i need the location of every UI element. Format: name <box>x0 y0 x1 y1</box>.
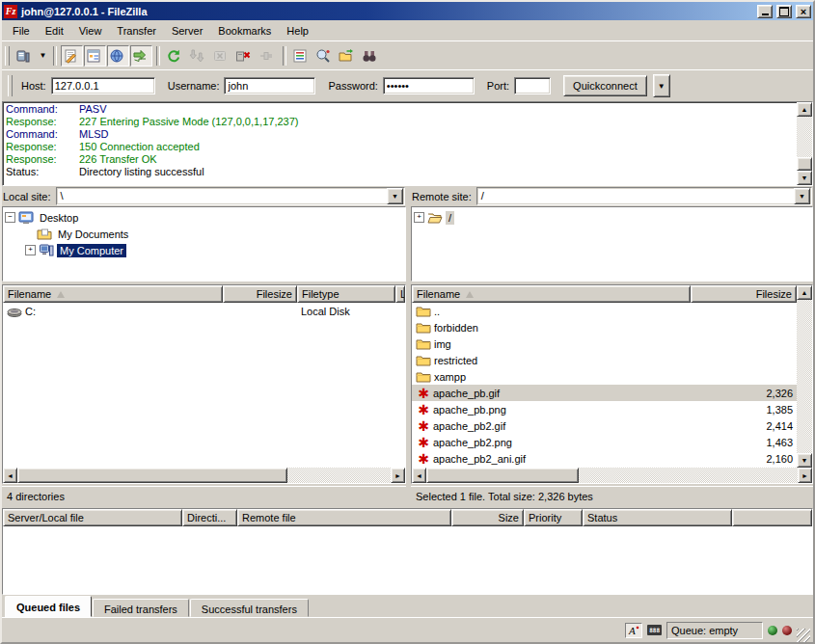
column-header-server-local-file[interactable]: Server/Local file <box>3 509 182 526</box>
remote-file-row[interactable]: ✱apache_pb2_ani.gif2,160 <box>412 450 797 467</box>
log-scroll-thumb[interactable] <box>797 157 812 171</box>
tab-queued-files[interactable]: Queued files <box>5 596 92 617</box>
menu-server[interactable]: Server <box>164 22 210 40</box>
refresh-button[interactable] <box>164 45 186 67</box>
remote-file-row[interactable]: ✱apache_pb2.gif2,414 <box>412 417 797 434</box>
tab-successful-transfers[interactable]: Successful transfers <box>190 599 309 617</box>
password-input[interactable] <box>383 77 475 94</box>
remote-site-combo[interactable]: / ▼ <box>476 187 812 205</box>
site-manager-dropdown-button[interactable]: ▼ <box>37 45 49 67</box>
tree-item-my-computer[interactable]: +My Computer <box>5 242 403 258</box>
quickconnect-button[interactable]: Quickconnect <box>563 75 647 96</box>
close-button[interactable]: × <box>796 5 811 18</box>
disconnect-button[interactable] <box>233 45 256 67</box>
column-header-filetype[interactable]: Filetype <box>297 285 395 303</box>
menu-view[interactable]: View <box>71 22 110 40</box>
transfer-type-indicator-icon[interactable]: A <box>625 623 642 638</box>
resize-grip[interactable] <box>797 629 810 642</box>
sync-browse-button[interactable] <box>360 45 382 67</box>
tree-item-desktop[interactable]: −Desktop <box>5 209 403 226</box>
local-hscrollbar[interactable]: ◄ ► <box>3 468 405 483</box>
maximize-button[interactable] <box>776 5 792 18</box>
menu-transfer[interactable]: Transfer <box>109 22 164 40</box>
column-header-filename[interactable]: Filename <box>3 285 223 303</box>
toggle-local-tree-button[interactable] <box>84 45 106 67</box>
filter-button[interactable] <box>290 45 312 67</box>
remote-file-row[interactable]: .. <box>412 303 797 319</box>
column-header-filesize[interactable]: Filesize <box>223 285 297 303</box>
column-header-status[interactable]: Status <box>583 509 732 526</box>
menu-file[interactable]: File <box>5 22 38 40</box>
remote-file-row[interactable]: ✱apache_pb2.png1,463 <box>412 434 797 450</box>
process-queue-button[interactable] <box>187 45 209 67</box>
remote-vscrollbar[interactable]: ▲ ▼ <box>797 285 812 468</box>
log-scroll-track <box>797 117 812 171</box>
menu-bookmarks[interactable]: Bookmarks <box>210 22 279 40</box>
find-button[interactable] <box>313 45 336 67</box>
menu-edit[interactable]: Edit <box>38 22 71 40</box>
remote-tree: +/ <box>411 206 813 282</box>
toggle-queue-button[interactable] <box>130 45 152 67</box>
remote-file-row[interactable]: forbidden <box>412 319 797 335</box>
expand-icon[interactable]: + <box>414 212 424 223</box>
column-header-label: Status <box>587 512 617 523</box>
collapse-icon[interactable]: − <box>5 212 15 223</box>
remote-site-dropdown-icon[interactable]: ▼ <box>794 188 810 204</box>
compare-button[interactable] <box>337 45 359 67</box>
disconnect-icon <box>235 48 251 64</box>
minimize-button[interactable] <box>757 5 773 18</box>
log-line-type: Status: <box>6 166 79 178</box>
expand-icon[interactable]: + <box>25 245 36 255</box>
remote-file-list: FilenameFilesize ..forbiddenimgrestricte… <box>411 284 813 484</box>
speed-limit-indicator-icon[interactable]: 888 <box>647 625 662 635</box>
scroll-up-icon[interactable]: ▲ <box>797 285 812 300</box>
tree-item-[interactable]: +/ <box>414 209 810 226</box>
column-header-directi[interactable]: Directi... <box>182 509 237 526</box>
toggle-remote-tree-button[interactable] <box>107 45 129 67</box>
scroll-right-icon[interactable]: ► <box>391 468 405 483</box>
log-line: Response:226 Transfer OK <box>6 153 797 166</box>
remote-file-row[interactable]: img <box>412 335 797 352</box>
local-site-dropdown-icon[interactable]: ▼ <box>387 188 403 204</box>
remote-hscrollbar[interactable]: ◄ ► <box>412 468 812 483</box>
port-input[interactable] <box>514 77 551 94</box>
compare-icon <box>339 48 354 64</box>
process-queue-icon <box>189 48 204 64</box>
tab-failed-transfers[interactable]: Failed transfers <box>93 599 189 617</box>
file-name: apache_pb2.gif <box>433 420 505 432</box>
toggle-log-button[interactable] <box>61 45 83 67</box>
log-scrollbar[interactable]: ▲ ▼ <box>797 102 812 185</box>
remote-file-row[interactable]: xampp <box>412 368 797 385</box>
scroll-down-icon[interactable]: ▼ <box>797 453 812 468</box>
scroll-left-icon[interactable]: ◄ <box>412 468 426 483</box>
scroll-up-icon[interactable]: ▲ <box>797 102 812 117</box>
quickconnect-dropdown-button[interactable]: ▼ <box>653 74 670 97</box>
local-file-row[interactable]: C:Local Disk <box>3 303 405 319</box>
column-header-filesize[interactable]: Filesize <box>691 285 797 303</box>
menu-help[interactable]: Help <box>279 22 316 40</box>
reconnect-button[interactable] <box>257 45 279 67</box>
host-input[interactable] <box>51 77 155 94</box>
remote-hscroll-thumb[interactable] <box>426 468 579 483</box>
remote-file-row[interactable]: ✱apache_pb.png1,385 <box>412 401 797 417</box>
column-header-size[interactable]: Size <box>451 509 524 526</box>
local-site-combo[interactable]: \ ▼ <box>56 187 405 205</box>
remote-file-row[interactable]: restricted <box>412 352 797 368</box>
username-input[interactable] <box>224 77 315 94</box>
tree-item-label: My Documents <box>55 228 131 241</box>
column-header-label: Filetype <box>302 288 340 300</box>
site-manager-button[interactable] <box>14 45 36 67</box>
remote-site-label: Remote site: <box>412 191 472 202</box>
column-header-l[interactable]: L <box>395 285 405 303</box>
scroll-left-icon[interactable]: ◄ <box>3 468 17 483</box>
local-pane: Local site: \ ▼ −DesktopMy Documents+My … <box>2 186 406 506</box>
remote-file-row[interactable]: ✱apache_pb.gif2,326 <box>412 385 797 401</box>
scroll-right-icon[interactable]: ► <box>798 468 812 483</box>
column-header-priority[interactable]: Priority <box>524 509 583 526</box>
column-header-remote-file[interactable]: Remote file <box>237 509 451 526</box>
local-hscroll-thumb[interactable] <box>17 468 287 483</box>
tree-item-my-documents[interactable]: My Documents <box>5 226 403 242</box>
column-header-filename[interactable]: Filename <box>412 285 691 303</box>
cancel-button[interactable] <box>210 45 232 67</box>
scroll-down-icon[interactable]: ▼ <box>797 171 812 185</box>
